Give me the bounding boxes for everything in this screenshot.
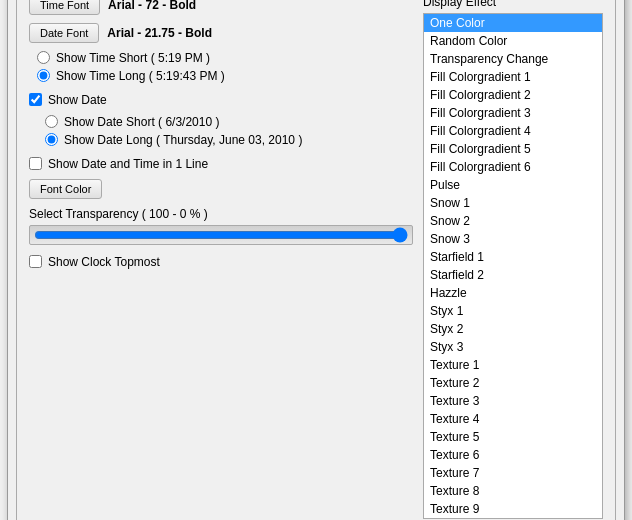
effect-item[interactable]: Hazzle bbox=[424, 284, 602, 302]
effect-listbox[interactable]: One ColorRandom ColorTransparency Change… bbox=[423, 13, 603, 519]
effect-item[interactable]: Starfield 2 bbox=[424, 266, 602, 284]
effect-item[interactable]: Texture 7 bbox=[424, 464, 602, 482]
display-effect-label: Display Effect bbox=[423, 0, 603, 9]
effect-item[interactable]: Texture 6 bbox=[424, 446, 602, 464]
main-window: CrazyClock - Settings Visual Style Alarm… bbox=[7, 0, 625, 520]
show-date-time-1line-checkbox[interactable] bbox=[29, 157, 42, 170]
show-date-checkbox[interactable] bbox=[29, 93, 42, 106]
effect-item[interactable]: Snow 1 bbox=[424, 194, 602, 212]
effect-item[interactable]: Fill Colorgradient 6 bbox=[424, 158, 602, 176]
show-date-short-radio[interactable] bbox=[45, 115, 58, 128]
time-font-button[interactable]: Time Font bbox=[29, 0, 100, 15]
show-clock-topmost-checkbox[interactable] bbox=[29, 255, 42, 268]
time-display-group: Show Time Short ( 5:19 PM ) Show Time Lo… bbox=[37, 51, 413, 83]
effect-item[interactable]: Texture 9 bbox=[424, 500, 602, 518]
effect-item[interactable]: Styx 3 bbox=[424, 338, 602, 356]
tab-content: Time Font Arial - 72 - Bold Date Font Ar… bbox=[16, 0, 616, 520]
font-color-button[interactable]: Font Color bbox=[29, 179, 102, 199]
show-time-short-label: Show Time Short ( 5:19 PM ) bbox=[56, 51, 210, 65]
effect-item[interactable]: Starfield 1 bbox=[424, 248, 602, 266]
effect-item[interactable]: Snow 2 bbox=[424, 212, 602, 230]
transparency-section: Select Transparency ( 100 - 0 % ) bbox=[29, 207, 413, 245]
date-font-value: Arial - 21.75 - Bold bbox=[107, 26, 212, 40]
effect-item[interactable]: Snow 3 bbox=[424, 230, 602, 248]
show-time-short-option[interactable]: Show Time Short ( 5:19 PM ) bbox=[37, 51, 413, 65]
show-date-label: Show Date bbox=[48, 93, 107, 107]
effect-item[interactable]: Texture 2 bbox=[424, 374, 602, 392]
show-date-long-label: Show Date Long ( Thursday, June 03, 2010… bbox=[64, 133, 302, 147]
effect-item[interactable]: Texture 1 bbox=[424, 356, 602, 374]
show-clock-topmost-label: Show Clock Topmost bbox=[48, 255, 160, 269]
effect-item[interactable]: Fill Colorgradient 5 bbox=[424, 140, 602, 158]
show-date-time-1line-row[interactable]: Show Date and Time in 1 Line bbox=[29, 157, 413, 171]
font-color-row: Font Color bbox=[29, 179, 413, 199]
show-date-time-1line-label: Show Date and Time in 1 Line bbox=[48, 157, 208, 171]
effect-item[interactable]: One Color bbox=[424, 14, 602, 32]
effect-item[interactable]: Styx 1 bbox=[424, 302, 602, 320]
date-font-row: Date Font Arial - 21.75 - Bold bbox=[29, 23, 413, 43]
show-time-short-radio[interactable] bbox=[37, 51, 50, 64]
transparency-label: Select Transparency ( 100 - 0 % ) bbox=[29, 207, 413, 221]
slider-track bbox=[29, 225, 413, 245]
show-time-long-radio[interactable] bbox=[37, 69, 50, 82]
transparency-slider[interactable] bbox=[34, 227, 408, 243]
show-date-short-label: Show Date Short ( 6/3/2010 ) bbox=[64, 115, 219, 129]
effect-item[interactable]: Texture 5 bbox=[424, 428, 602, 446]
show-time-long-option[interactable]: Show Time Long ( 5:19:43 PM ) bbox=[37, 69, 413, 83]
effect-item[interactable]: Texture 4 bbox=[424, 410, 602, 428]
effect-item[interactable]: Texture 3 bbox=[424, 392, 602, 410]
left-panel: Time Font Arial - 72 - Bold Date Font Ar… bbox=[29, 0, 413, 519]
time-font-value: Arial - 72 - Bold bbox=[108, 0, 196, 12]
effect-item[interactable]: Fill Colorgradient 1 bbox=[424, 68, 602, 86]
effect-item[interactable]: Fill Colorgradient 4 bbox=[424, 122, 602, 140]
show-time-long-label: Show Time Long ( 5:19:43 PM ) bbox=[56, 69, 225, 83]
show-date-checkbox-row[interactable]: Show Date bbox=[29, 93, 413, 107]
effect-item[interactable]: Fill Colorgradient 2 bbox=[424, 86, 602, 104]
date-font-button[interactable]: Date Font bbox=[29, 23, 99, 43]
effect-item[interactable]: Texture 8 bbox=[424, 482, 602, 500]
show-date-short-option[interactable]: Show Date Short ( 6/3/2010 ) bbox=[45, 115, 413, 129]
effect-item[interactable]: Pulse bbox=[424, 176, 602, 194]
show-clock-topmost-row[interactable]: Show Clock Topmost bbox=[29, 255, 413, 269]
show-date-long-option[interactable]: Show Date Long ( Thursday, June 03, 2010… bbox=[45, 133, 413, 147]
show-date-long-radio[interactable] bbox=[45, 133, 58, 146]
effect-item[interactable]: Fill Colorgradient 3 bbox=[424, 104, 602, 122]
right-panel: Display Effect One ColorRandom ColorTran… bbox=[423, 0, 603, 519]
effect-item[interactable]: Random Color bbox=[424, 32, 602, 50]
window-content: Visual Style Alarm Time Font Arial - 72 … bbox=[8, 0, 624, 520]
effect-item[interactable]: Styx 2 bbox=[424, 320, 602, 338]
date-display-group: Show Date Short ( 6/3/2010 ) Show Date L… bbox=[45, 115, 413, 147]
effect-item[interactable]: Transparency Change bbox=[424, 50, 602, 68]
time-font-row: Time Font Arial - 72 - Bold bbox=[29, 0, 413, 15]
show-date-section: Show Date Short ( 6/3/2010 ) Show Date L… bbox=[37, 115, 413, 147]
